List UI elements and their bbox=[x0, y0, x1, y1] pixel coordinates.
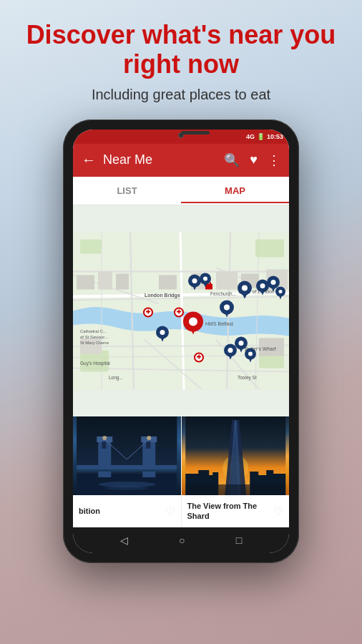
card-tower-bridge[interactable]: bition ♡ bbox=[73, 416, 182, 527]
search-icon[interactable]: 🔍 bbox=[224, 152, 240, 168]
cards-row: bition ♡ bbox=[73, 416, 289, 527]
svg-point-58 bbox=[260, 283, 265, 288]
main-headline: Discover what's near you right now bbox=[21, 20, 341, 79]
svg-text:London Bridge: London Bridge bbox=[145, 292, 180, 298]
svg-rect-21 bbox=[98, 271, 112, 289]
svg-rect-43 bbox=[148, 309, 150, 313]
map-svg: London Bridge Tower of London HMS Belfas… bbox=[73, 205, 289, 416]
svg-point-70 bbox=[189, 317, 197, 326]
card-shard[interactable]: The View from The Shard ♡ bbox=[182, 416, 290, 527]
battery-icon: 🔋 bbox=[257, 133, 265, 140]
svg-point-64 bbox=[279, 290, 283, 293]
svg-rect-107 bbox=[77, 469, 177, 472]
recent-nav-button[interactable]: □ bbox=[236, 535, 242, 546]
svg-point-113 bbox=[105, 486, 148, 490]
svg-text:HMS Belfast: HMS Belfast bbox=[205, 321, 233, 326]
svg-rect-46 bbox=[179, 309, 180, 313]
status-bar-content: 4G 🔋 10:53 bbox=[246, 133, 283, 140]
svg-text:of St Saviour...: of St Saviour... bbox=[80, 334, 108, 338]
svg-rect-20 bbox=[77, 275, 94, 289]
svg-point-111 bbox=[147, 436, 151, 440]
svg-point-94 bbox=[203, 276, 207, 280]
svg-rect-104 bbox=[146, 441, 150, 449]
svg-point-110 bbox=[102, 436, 107, 440]
svg-point-61 bbox=[271, 280, 276, 285]
shard-image bbox=[182, 416, 290, 495]
back-nav-button[interactable]: ◁ bbox=[120, 535, 128, 546]
svg-rect-23 bbox=[216, 271, 238, 289]
sub-headline: Including great places to eat bbox=[21, 85, 341, 104]
map-area[interactable]: London Bridge Tower of London HMS Belfas… bbox=[73, 205, 289, 416]
svg-text:Long...: Long... bbox=[109, 374, 123, 380]
phone-mockup: 4G 🔋 10:53 ← Near Me 🔍 ♥ ⋮ LIST MAP bbox=[63, 119, 299, 563]
svg-point-82 bbox=[239, 341, 244, 346]
tabs-bar: LIST MAP bbox=[73, 177, 289, 205]
tower-bridge-image bbox=[73, 416, 181, 495]
svg-rect-22 bbox=[116, 273, 129, 289]
svg-text:Fenchurch...: Fenchurch... bbox=[210, 291, 236, 296]
svg-rect-26 bbox=[159, 275, 177, 289]
card-tower-title: bition bbox=[79, 506, 165, 516]
header-section: Discover what's near you right now Inclu… bbox=[0, 0, 362, 112]
home-nav-button[interactable]: ○ bbox=[179, 535, 185, 546]
svg-rect-49 bbox=[199, 354, 200, 358]
svg-point-88 bbox=[160, 330, 165, 335]
svg-point-67 bbox=[224, 304, 230, 310]
back-button[interactable]: ← bbox=[82, 152, 96, 168]
svg-text:St Mary Overie: St Mary Overie bbox=[80, 340, 109, 344]
svg-rect-17 bbox=[255, 239, 284, 257]
card-shard-title: The View from The Shard bbox=[187, 501, 274, 522]
svg-rect-52 bbox=[210, 282, 211, 284]
signal-indicator: 4G bbox=[246, 133, 255, 140]
tab-list[interactable]: LIST bbox=[73, 178, 181, 203]
favorite-icon[interactable]: ♥ bbox=[250, 152, 258, 167]
svg-rect-16 bbox=[80, 239, 102, 253]
time-display: 10:53 bbox=[267, 133, 283, 140]
shard-favorite-icon[interactable]: ♡ bbox=[273, 504, 283, 518]
svg-point-55 bbox=[242, 285, 248, 291]
card-shard-info: The View from The Shard ♡ bbox=[182, 495, 290, 527]
phone-body: 4G 🔋 10:53 ← Near Me 🔍 ♥ ⋮ LIST MAP bbox=[63, 119, 299, 563]
svg-point-79 bbox=[228, 348, 233, 353]
tab-map[interactable]: MAP bbox=[181, 178, 289, 203]
more-icon[interactable]: ⋮ bbox=[268, 152, 280, 168]
toolbar-actions: 🔍 ♥ ⋮ bbox=[224, 152, 280, 168]
svg-text:Guy's Hospital: Guy's Hospital bbox=[80, 360, 110, 366]
svg-rect-100 bbox=[102, 441, 106, 449]
card-tower-info: bition ♡ bbox=[73, 495, 181, 527]
tower-favorite-icon[interactable]: ♡ bbox=[165, 504, 175, 518]
app-toolbar: ← Near Me 🔍 ♥ ⋮ bbox=[73, 144, 289, 177]
svg-point-91 bbox=[192, 278, 197, 283]
svg-point-85 bbox=[248, 351, 253, 356]
svg-text:Tooley St: Tooley St bbox=[238, 374, 257, 380]
phone-screen: 4G 🔋 10:53 ← Near Me 🔍 ♥ ⋮ LIST MAP bbox=[73, 130, 289, 553]
svg-rect-106 bbox=[77, 465, 177, 469]
toolbar-title: Near Me bbox=[103, 152, 217, 167]
phone-nav-bar: ◁ ○ □ bbox=[73, 527, 289, 553]
svg-text:Cathedral C...: Cathedral C... bbox=[80, 328, 107, 333]
phone-speaker bbox=[181, 131, 210, 135]
svg-rect-129 bbox=[185, 484, 285, 495]
